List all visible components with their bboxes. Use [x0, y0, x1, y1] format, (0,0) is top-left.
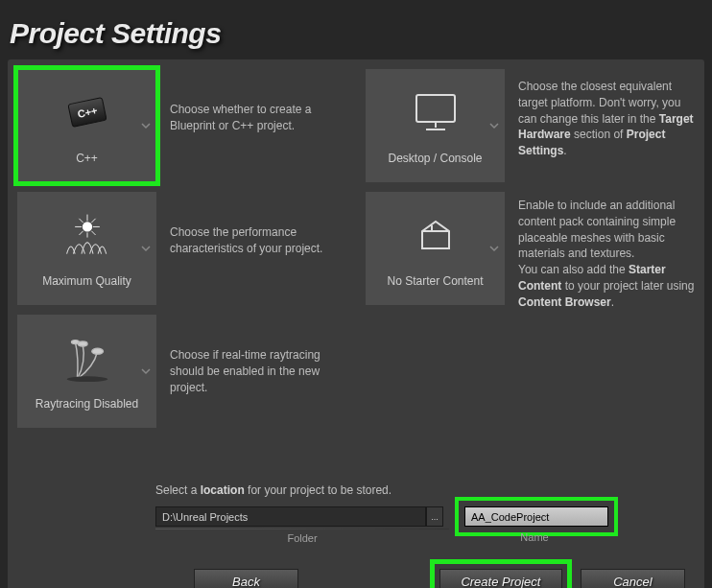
location-prompt: Select a location for your project to be… — [155, 483, 685, 497]
folder-sublabel: Folder — [155, 532, 449, 544]
project-type-desc: Choose whether to create a Blueprint or … — [170, 69, 346, 134]
quality-desc: Choose the performance characteristics o… — [170, 192, 346, 257]
box-icon — [407, 211, 464, 259]
location-prompt-post: for your project to be stored. — [245, 483, 392, 497]
create-highlight: Create Project — [435, 564, 567, 588]
svg-point-2 — [82, 222, 91, 231]
svg-line-7 — [79, 219, 83, 223]
option-row-quality: Maximum Quality Choose the performance c… — [17, 192, 346, 305]
folder-input[interactable] — [155, 506, 426, 527]
svg-point-13 — [91, 348, 103, 354]
create-project-button[interactable]: Create Project — [439, 569, 562, 588]
svg-line-10 — [91, 231, 95, 235]
chevron-down-icon[interactable] — [489, 121, 499, 130]
svg-point-14 — [66, 376, 107, 382]
raytracing-desc: Choose if real-time raytracing should be… — [170, 315, 346, 395]
settings-panel: C++ C++ — [8, 59, 704, 588]
quality-label: Maximum Quality — [42, 274, 131, 288]
chevron-down-icon[interactable] — [141, 366, 151, 376]
browse-button[interactable]: ... — [426, 506, 443, 527]
project-name-input[interactable] — [464, 506, 608, 527]
raytracing-icon — [59, 334, 116, 382]
chevron-down-icon[interactable] — [489, 244, 499, 253]
quality-card[interactable]: Maximum Quality — [17, 192, 156, 305]
location-bar: Select a location for your project to be… — [17, 483, 695, 588]
option-row-raytracing: Raytracing Disabled Choose if real-time … — [17, 315, 346, 428]
starter-desc: Enable to include an additional content … — [518, 192, 695, 311]
option-row-target: Desktop / Console Choose the closest equ… — [366, 69, 695, 182]
svg-point-12 — [78, 341, 87, 346]
option-row-starter: No Starter Content Enable to include an … — [366, 192, 695, 311]
back-button[interactable]: Back — [194, 569, 298, 588]
project-type-card[interactable]: C++ C++ — [17, 69, 156, 182]
name-highlight — [459, 501, 614, 532]
starter-card[interactable]: No Starter Content — [366, 192, 505, 305]
quality-icon — [59, 211, 116, 259]
location-prompt-bold: location — [201, 483, 245, 497]
project-type-label: C++ — [76, 152, 98, 165]
chevron-down-icon[interactable] — [141, 244, 151, 253]
page-title: Project Settings — [0, 0, 712, 59]
target-desc: Choose the closest equivalent target pla… — [518, 69, 695, 159]
svg-line-8 — [91, 219, 95, 223]
left-column: C++ C++ — [17, 69, 346, 428]
location-prompt-pre: Select a — [155, 483, 201, 497]
cancel-button[interactable]: Cancel — [581, 569, 685, 588]
raytracing-label: Raytracing Disabled — [36, 397, 138, 411]
cpp-icon: C++ — [59, 88, 116, 136]
raytracing-card[interactable]: Raytracing Disabled — [17, 315, 156, 428]
right-column: Desktop / Console Choose the closest equ… — [366, 69, 695, 428]
target-card[interactable]: Desktop / Console — [366, 69, 505, 182]
svg-line-9 — [79, 231, 83, 235]
target-label: Desktop / Console — [388, 152, 482, 165]
option-row-project-type: C++ C++ — [17, 69, 346, 182]
starter-label: No Starter Content — [387, 274, 483, 288]
chevron-down-icon[interactable] — [141, 121, 151, 130]
svg-rect-15 — [416, 95, 455, 122]
monitor-icon — [407, 88, 464, 136]
name-sublabel: Name — [455, 531, 614, 543]
